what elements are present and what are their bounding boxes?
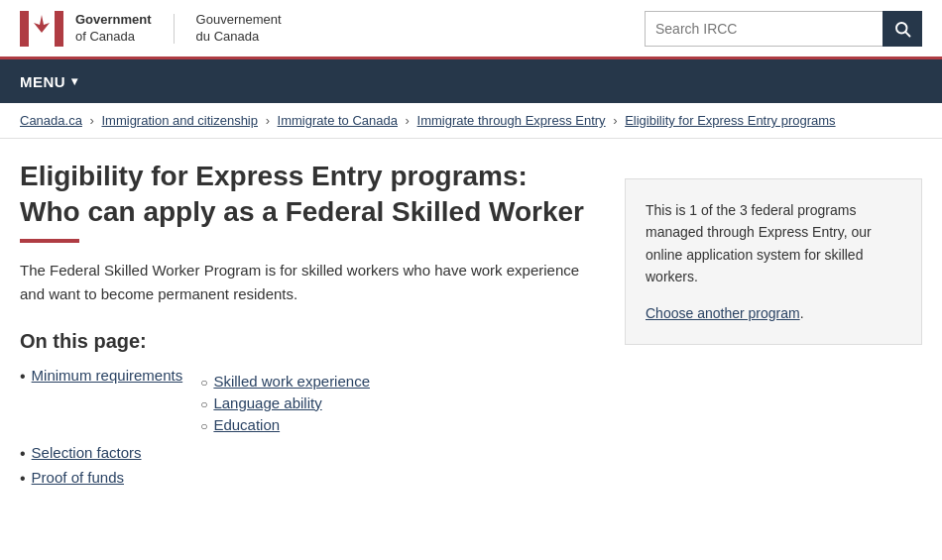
search-button[interactable] xyxy=(883,11,922,47)
title-underline xyxy=(20,239,79,243)
list-item: Education xyxy=(200,416,370,433)
on-page-heading: On this page: xyxy=(20,330,595,353)
list-item: Minimum requirements Skilled work experi… xyxy=(20,367,595,438)
canada-flag-icon xyxy=(20,11,63,47)
breadcrumb-item-immigrate[interactable]: Immigrate to Canada xyxy=(278,113,398,128)
sidebar: This is 1 of the 3 federal programs mana… xyxy=(625,159,922,494)
toc-link-language[interactable]: Language ability xyxy=(213,394,321,411)
toc-link-skilled-work[interactable]: Skilled work experience xyxy=(213,373,370,390)
info-box-text: This is 1 of the 3 federal programs mana… xyxy=(646,199,901,288)
site-header: Government of Canada Gouvernement du Can… xyxy=(0,0,942,59)
menu-chevron-icon: ▾ xyxy=(71,74,78,88)
main-nav: MENU ▾ xyxy=(0,59,942,103)
list-item: Proof of funds xyxy=(20,469,595,488)
table-of-contents: Minimum requirements Skilled work experi… xyxy=(20,367,595,488)
menu-button[interactable]: MENU ▾ xyxy=(20,65,78,98)
header-logo-area: Government of Canada Gouvernement du Can… xyxy=(20,11,282,47)
toc-link-education[interactable]: Education xyxy=(213,416,280,433)
info-box: This is 1 of the 3 federal programs mana… xyxy=(625,178,922,345)
intro-text: The Federal Skilled Worker Program is fo… xyxy=(20,259,595,306)
breadcrumb-item-immigration[interactable]: Immigration and citizenship xyxy=(101,113,258,128)
main-content: Eligibility for Express Entry programs: … xyxy=(0,139,942,523)
sub-toc: Skilled work experience Language ability… xyxy=(200,373,370,438)
breadcrumb-item-express-entry[interactable]: Immigrate through Express Entry xyxy=(417,113,606,128)
search-area xyxy=(645,11,922,47)
choose-program-link[interactable]: Choose another program xyxy=(646,305,800,321)
search-input[interactable] xyxy=(645,11,883,47)
toc-link-selection-factors[interactable]: Selection factors xyxy=(32,444,142,461)
toc-link-minimum-requirements[interactable]: Minimum requirements xyxy=(32,367,183,384)
breadcrumb: Canada.ca › Immigration and citizenship … xyxy=(0,103,942,139)
search-icon xyxy=(893,20,911,38)
page-content: Eligibility for Express Entry programs: … xyxy=(20,159,595,494)
toc-link-proof-of-funds[interactable]: Proof of funds xyxy=(32,469,124,486)
list-item: Language ability xyxy=(200,394,370,411)
list-item: Skilled work experience xyxy=(200,373,370,390)
breadcrumb-item-canada[interactable]: Canada.ca xyxy=(20,113,82,128)
list-item: Selection factors xyxy=(20,444,595,463)
svg-line-4 xyxy=(905,32,909,36)
header-separator xyxy=(174,14,175,44)
breadcrumb-item-eligibility[interactable]: Eligibility for Express Entry programs xyxy=(625,113,835,128)
page-title: Eligibility for Express Entry programs: … xyxy=(20,159,595,231)
gov-canada-en: Government of Canada xyxy=(75,12,152,46)
gov-canada-fr: Gouvernement du Canada xyxy=(196,12,282,46)
